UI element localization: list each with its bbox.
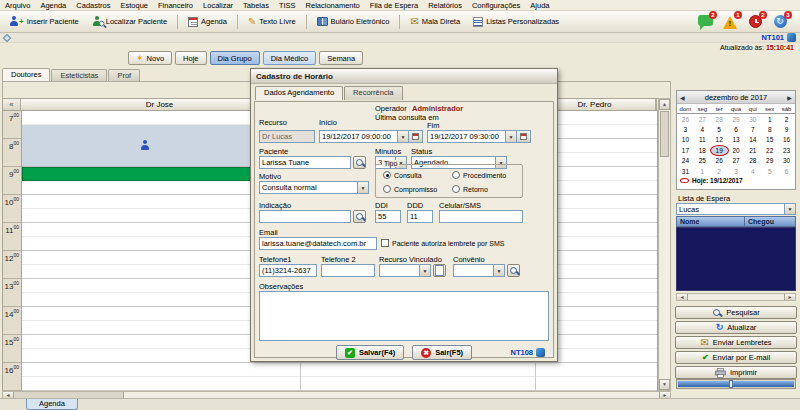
chevron-down-icon[interactable]: ▼ bbox=[784, 204, 795, 214]
calendar-day[interactable]: 29 bbox=[761, 156, 778, 165]
vertical-scroll-thumb[interactable] bbox=[660, 111, 669, 157]
bulario-button[interactable]: Bulário Eletrônico bbox=[312, 14, 395, 30]
paciente-search-button[interactable] bbox=[353, 156, 366, 169]
calendar-day[interactable]: 1 bbox=[761, 115, 778, 124]
custom-lists-button[interactable]: Listas Personalizadas bbox=[468, 14, 564, 30]
menu-item[interactable]: Configurações bbox=[467, 0, 525, 11]
nt-help-icon[interactable] bbox=[787, 33, 796, 42]
wait-list-body[interactable] bbox=[676, 227, 796, 291]
scroll-columns-left-button[interactable]: « bbox=[3, 99, 21, 110]
menu-item[interactable]: Agenda bbox=[35, 0, 71, 11]
new-button[interactable]: ✶ Novo bbox=[128, 51, 172, 65]
calendar-day[interactable]: 26 bbox=[711, 156, 728, 165]
agenda-button[interactable]: Agenda bbox=[183, 14, 232, 30]
telefone1-field[interactable] bbox=[259, 264, 317, 277]
week-button[interactable]: Semana bbox=[319, 51, 363, 65]
chat-notification-button[interactable]: 2 bbox=[697, 14, 713, 29]
calendar-day[interactable]: 3 bbox=[677, 125, 694, 134]
tab-esteticistas[interactable]: Esteticistas bbox=[51, 69, 107, 81]
calendar-footer[interactable]: Hoje: 19/12/2017 bbox=[677, 176, 795, 185]
calendar-day[interactable]: 29 bbox=[728, 115, 745, 124]
recurso-vinculado-doc-button[interactable] bbox=[433, 264, 446, 277]
menu-item[interactable]: Relatórios bbox=[423, 0, 467, 11]
calendar-day[interactable]: 2 bbox=[778, 115, 795, 124]
ddd-field[interactable] bbox=[407, 210, 433, 223]
chevron-down-icon[interactable]: ▼ bbox=[419, 265, 430, 276]
statusbar-tab-agenda[interactable]: Agenda bbox=[26, 399, 78, 410]
day-group-button[interactable]: Dia Grupo bbox=[210, 51, 260, 65]
calendar-day[interactable]: 16 bbox=[778, 135, 795, 144]
calendar-day[interactable]: 7 bbox=[744, 125, 761, 134]
menu-item[interactable]: Arquivo bbox=[0, 0, 35, 11]
today-button[interactable]: Hoje bbox=[175, 51, 206, 65]
menu-item[interactable]: TISS bbox=[274, 0, 301, 11]
calendar-day[interactable]: 22 bbox=[761, 146, 778, 155]
wait-list-col-nome[interactable]: Nome bbox=[677, 217, 745, 226]
wait-list-scroll-right[interactable]: ► bbox=[784, 294, 795, 300]
calendar-day[interactable]: 11 bbox=[694, 135, 711, 144]
checkbox-icon[interactable] bbox=[381, 239, 389, 247]
menu-item[interactable]: Cadastros bbox=[71, 0, 115, 11]
chevron-down-icon[interactable]: ▼ bbox=[357, 182, 368, 193]
fim-datetime-field[interactable]: 19/12/2017 09:30:00 ▼ bbox=[427, 130, 531, 143]
calendar-day[interactable]: 5 bbox=[761, 167, 778, 176]
exit-button[interactable]: ✖ Sair(F5) bbox=[412, 345, 472, 360]
diamond-icon[interactable] bbox=[3, 33, 11, 41]
day-doctor-button[interactable]: Dia Médico bbox=[263, 51, 317, 65]
calendar-day[interactable]: 4 bbox=[694, 125, 711, 134]
wait-list-col-chegou[interactable]: Chegou bbox=[745, 217, 795, 226]
menu-item[interactable]: Ajuda bbox=[525, 0, 554, 11]
radio-consulta[interactable]: Consulta bbox=[383, 171, 422, 179]
email-field[interactable] bbox=[259, 237, 377, 250]
radio-icon[interactable] bbox=[452, 185, 460, 193]
celular-field[interactable] bbox=[439, 210, 523, 223]
calendar-day[interactable]: 19 bbox=[711, 146, 728, 155]
calendar-day[interactable]: 28 bbox=[711, 115, 728, 124]
radio-retorno[interactable]: Retorno bbox=[452, 185, 488, 193]
radio-procedimento[interactable]: Procedimento bbox=[452, 171, 506, 179]
convenio-search-button[interactable] bbox=[507, 264, 520, 277]
clock-notification-button[interactable]: 2 bbox=[747, 14, 763, 29]
sms-authorization-checkbox[interactable]: Paciente autoriza lembrete por SMS bbox=[381, 239, 504, 247]
calendar-day[interactable]: 6 bbox=[728, 125, 745, 134]
save-button[interactable]: ✔ Salvar(F4) bbox=[336, 345, 404, 360]
calendar-day[interactable]: 21 bbox=[744, 146, 761, 155]
calendar-day[interactable]: 6 bbox=[778, 167, 795, 176]
calendar-day[interactable]: 27 bbox=[728, 156, 745, 165]
calendar-prev-button[interactable]: ◀ bbox=[680, 94, 685, 101]
calendar-day[interactable]: 10 bbox=[677, 135, 694, 144]
calendar-day[interactable]: 20 bbox=[728, 146, 745, 155]
free-text-button[interactable]: ✎ Texto Livre bbox=[243, 14, 301, 30]
tab-recorrencia[interactable]: Recorrência bbox=[344, 86, 402, 100]
calendar-day[interactable]: 26 bbox=[677, 115, 694, 124]
radio-icon[interactable] bbox=[383, 185, 391, 193]
menu-item[interactable]: Estoque bbox=[115, 0, 153, 11]
indicacao-field[interactable] bbox=[259, 210, 351, 223]
calendar-day[interactable]: 3 bbox=[728, 167, 745, 176]
calendar-day[interactable]: 12 bbox=[711, 135, 728, 144]
scroll-up-button[interactable]: ▲ bbox=[659, 99, 670, 110]
calendar-day[interactable]: 28 bbox=[744, 156, 761, 165]
nt-help-icon[interactable] bbox=[536, 348, 545, 357]
wait-list-scroll-left[interactable]: ◄ bbox=[677, 294, 688, 300]
wait-list-filter-combo[interactable]: Lucas ▼ bbox=[676, 203, 796, 215]
scroll-down-button[interactable]: ▼ bbox=[659, 379, 670, 390]
inicio-calendar-button[interactable] bbox=[408, 131, 422, 142]
indicacao-search-button[interactable] bbox=[353, 210, 366, 223]
radio-compromisso[interactable]: Compromisso bbox=[383, 185, 437, 193]
refresh-button[interactable]: ↻ Atualizar bbox=[675, 321, 797, 334]
calendar-day[interactable]: 18 bbox=[694, 146, 711, 155]
calendar-day[interactable]: 30 bbox=[744, 115, 761, 124]
radio-icon[interactable] bbox=[383, 171, 391, 179]
tab-doutores[interactable]: Doutores bbox=[2, 68, 50, 81]
calendar-day[interactable]: 9 bbox=[778, 125, 795, 134]
slider-thumb[interactable] bbox=[729, 380, 733, 388]
calendar-day[interactable]: 8 bbox=[761, 125, 778, 134]
menu-item[interactable]: Fila de Espera bbox=[365, 0, 423, 11]
motivo-combo[interactable]: Consulta normal ▼ bbox=[259, 181, 369, 194]
calendar-day[interactable]: 1 bbox=[694, 167, 711, 176]
search-button[interactable]: Pesquisar bbox=[675, 306, 797, 319]
telefone2-field[interactable] bbox=[321, 264, 375, 277]
inicio-datetime-field[interactable]: 19/12/2017 09:00:00 ▼ bbox=[319, 130, 423, 143]
zoom-slider[interactable] bbox=[676, 379, 796, 389]
